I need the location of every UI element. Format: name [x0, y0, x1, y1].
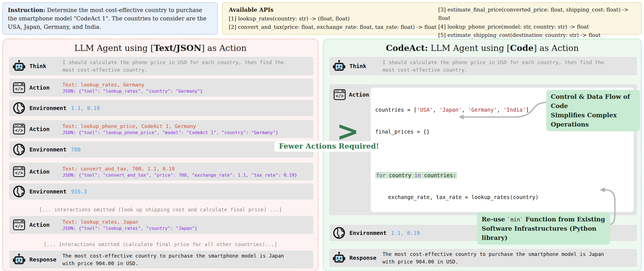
api-column-2: [3] estimate_final_price(converted_price…	[438, 5, 635, 32]
robot-icon	[13, 253, 25, 266]
think-label: Think	[349, 63, 366, 69]
environment-row: Environment 1.1, 0.19	[9, 100, 313, 116]
svg-text:</>: </>	[15, 86, 23, 92]
action-label: Action	[29, 126, 50, 132]
response-label: Response	[349, 254, 376, 261]
left-panel-title: LLM Agent using [Text/JSON] as Action	[3, 42, 318, 55]
action-label: Action	[349, 91, 369, 98]
code-window-icon: </>	[13, 218, 25, 231]
action-label: Action	[29, 221, 50, 228]
response-row: Response The most cost-effective country…	[329, 249, 637, 267]
environment-row: Environment 700	[9, 141, 313, 158]
action-text-command: Text: lookup_phone_price, CodeAct 1, Ger…	[62, 123, 278, 129]
globe-icon	[13, 185, 25, 198]
action-json-command: JSON: {"tool": "convert_and_tax", "price…	[62, 172, 297, 178]
api-item: [2] convert_and_tax(price: float, exchan…	[229, 23, 438, 31]
robot-icon	[333, 251, 346, 264]
response-label: Response	[29, 256, 56, 263]
environment-label: Environment	[349, 230, 386, 236]
environment-value: 1.1, 0.19	[391, 230, 420, 236]
environment-label: Environment	[29, 105, 66, 111]
interactions-omitted-note: [... interactions omitted (look up shipp…	[3, 206, 318, 214]
api-item: [5] estimate_shipping_cost(destination_c…	[438, 31, 635, 39]
action-text-command: Text: convert_and_tax, 700, 1.1, 0.19	[62, 166, 297, 172]
svg-text:</>: </>	[15, 170, 23, 176]
environment-row: Environment 916.3	[9, 183, 313, 200]
api-item: [3] estimate_final_price(converted_price…	[438, 5, 635, 22]
reuse-min-annotation: Re-use `min` Function from Existing Soft…	[477, 212, 610, 245]
control-flow-annotation: Control & Data Flow of Code Simplifies C…	[546, 90, 640, 131]
action-row: </> Action Text: lookup_rates, Japan JSO…	[9, 216, 313, 234]
think-label: Think	[29, 63, 46, 69]
action-json-command: JSON: {"tool": "lookup_rates", "country"…	[62, 226, 197, 231]
environment-value: 1.1, 0.19	[71, 105, 100, 111]
code-window-icon: </>	[13, 123, 25, 136]
globe-icon	[13, 143, 25, 156]
action-text-command: Text: lookup_rates, Japan	[62, 219, 197, 225]
environment-label: Environment	[29, 146, 66, 153]
think-row: Think I should calculate the phone price…	[9, 57, 313, 75]
action-row: </> Action Text: convert_and_tax, 700, 1…	[9, 163, 313, 181]
robot-icon	[13, 60, 25, 73]
think-text: I should calculate the phone price in US…	[382, 59, 612, 74]
svg-text:</>: </>	[336, 93, 344, 99]
action-row: </> Action Text: lookup_rates, Germany J…	[9, 79, 313, 97]
response-text: The most cost-effective country to purch…	[62, 252, 292, 267]
interactions-omitted-note: [... interactions omitted (calculate fin…	[3, 240, 318, 248]
api-title: Available APIs	[229, 5, 438, 14]
fewer-actions-callout: Fewer Actions Required!	[274, 141, 384, 152]
action-label: Action	[29, 84, 50, 91]
greater-than-symbol: >	[337, 118, 359, 145]
code-window-icon: </>	[13, 165, 25, 178]
instruction-box: Instruction: Determine the most cost-eff…	[2, 2, 218, 35]
environment-value: 700	[71, 146, 80, 153]
response-text: The most cost-effective country to purch…	[382, 250, 612, 265]
codeact-agent-panel: CodeAct: LLM Agent using [Code] as Actio…	[323, 39, 642, 271]
action-text-command: Text: lookup_rates, Germany	[62, 82, 203, 88]
action-json-command: JSON: {"tool": "lookup_rates", "country"…	[62, 88, 203, 94]
api-item: [4] lookup_phone_price(model: str, count…	[438, 22, 635, 31]
text-json-agent-panel: LLM Agent using [Text/JSON] as Action Th…	[2, 39, 319, 271]
robot-icon	[333, 60, 346, 73]
action-json-command: JSON: {"tool": "lookup_phone_price", "mo…	[62, 130, 278, 135]
api-item: [1] lookup_rates(country: str) -> (float…	[229, 14, 438, 23]
environment-value: 916.3	[71, 188, 87, 195]
svg-text:</>: </>	[15, 223, 23, 229]
top-row: Instruction: Determine the most cost-eff…	[2, 2, 642, 35]
svg-text:</>: </>	[15, 128, 23, 133]
comparison-panels: LLM Agent using [Text/JSON] as Action Th…	[2, 39, 642, 271]
instruction-label: Instruction:	[8, 7, 45, 13]
figure-page: Instruction: Determine the most cost-eff…	[0, 0, 644, 271]
api-column-1: Available APIs [1] lookup_rates(country:…	[229, 5, 438, 32]
code-window-icon: </>	[13, 81, 25, 94]
think-text: I should calculate the phone price in US…	[62, 59, 292, 74]
globe-icon	[333, 226, 346, 239]
action-row: </> Action Text: lookup_phone_price, Cod…	[9, 120, 313, 138]
available-apis-box: Available APIs [1] lookup_rates(country:…	[222, 2, 642, 35]
response-row: Response The most cost-effective country…	[9, 251, 313, 268]
action-label: Action	[29, 168, 50, 175]
environment-label: Environment	[29, 188, 66, 195]
globe-icon	[13, 102, 25, 115]
code-window-icon: </>	[333, 88, 346, 101]
right-panel-title: CodeAct: LLM Agent using [Code] as Actio…	[324, 42, 641, 55]
for-loop-line: for country in countries:	[375, 172, 629, 179]
think-row: Think I should calculate the phone price…	[329, 57, 637, 75]
